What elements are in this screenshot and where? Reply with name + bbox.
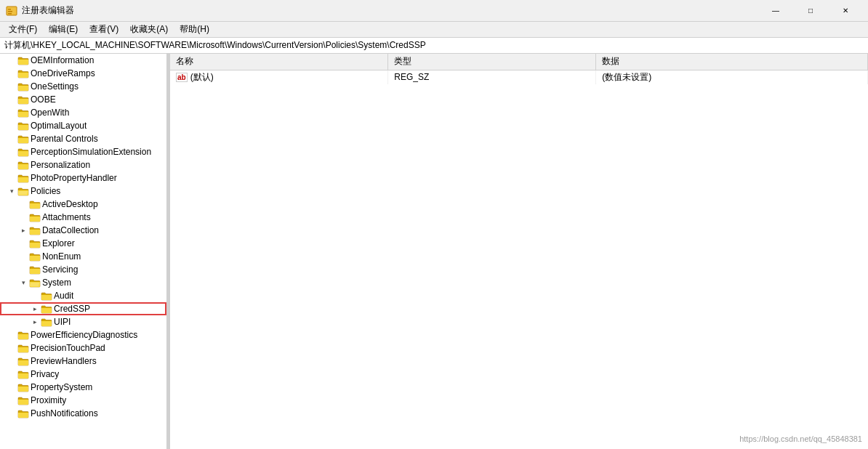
folder-icon-activedesktop: [29, 198, 41, 210]
tree-item-pushnotifications[interactable]: PushNotifications: [0, 407, 166, 420]
tree-label-onesettings: OneSettings: [31, 81, 79, 92]
close-button[interactable]: ✕: [829, 0, 862, 22]
expand-icon-oem[interactable]: [6, 54, 17, 66]
svg-rect-2: [8, 11, 12, 12]
expand-icon-system[interactable]: ▾: [17, 277, 29, 288]
registry-table: 名称 类型 数据 ab(默认)REG_SZ(数值未设置): [170, 54, 868, 84]
tree-item-personalization[interactable]: Personalization: [0, 158, 166, 171]
expand-icon-activedesktop[interactable]: [17, 198, 29, 210]
menu-item-view[interactable]: 查看(V): [84, 22, 124, 37]
folder-icon-pushnotifications: [17, 408, 29, 419]
tree-item-parentalcontrols[interactable]: Parental Controls: [0, 132, 166, 145]
folder-icon-photoproperty: [17, 172, 29, 184]
tree-item-activedesktop[interactable]: ActiveDesktop: [0, 198, 166, 211]
maximize-button[interactable]: □: [794, 0, 827, 22]
window-title: 注册表编辑器: [22, 4, 74, 17]
expand-icon-perceptionsim[interactable]: [6, 146, 17, 158]
tree-label-uipi: UIPI: [54, 317, 71, 327]
tree-item-oobe[interactable]: OOBE: [0, 93, 166, 106]
tree-item-onesettings[interactable]: OneSettings: [0, 80, 166, 93]
expand-icon-proximity[interactable]: [6, 395, 17, 406]
tree-item-privacy[interactable]: Privacy: [0, 368, 166, 381]
tree-label-privacy: Privacy: [31, 369, 59, 379]
menu-item-favorites[interactable]: 收藏夹(A): [124, 22, 174, 37]
expand-icon-optimallayout[interactable]: [6, 120, 17, 132]
expand-icon-uipi[interactable]: ▸: [29, 316, 41, 328]
expand-icon-personalization[interactable]: [6, 159, 17, 171]
expand-icon-nonenum[interactable]: [17, 251, 29, 262]
tree-item-servicing[interactable]: Servicing: [0, 263, 166, 276]
folder-icon-explorer: [29, 238, 41, 249]
tree-item-system[interactable]: ▾ System: [0, 276, 166, 289]
tree-label-optimallayout: OptimalLayout: [31, 121, 87, 131]
expand-icon-previewhandlers[interactable]: [6, 355, 17, 367]
expand-icon-photoproperty[interactable]: [6, 172, 17, 184]
menu-item-help[interactable]: 帮助(H): [174, 22, 215, 37]
tree-item-explorer[interactable]: Explorer: [0, 237, 166, 250]
expand-icon-precisiontouchpad[interactable]: [6, 342, 17, 354]
menu-item-file[interactable]: 文件(F): [3, 22, 43, 37]
folder-icon-oobe: [17, 94, 29, 105]
tree-item-powerefficiency[interactable]: PowerEfficiencyDiagnostics: [0, 328, 166, 341]
expand-icon-servicing[interactable]: [17, 264, 29, 275]
tree-item-previewhandlers[interactable]: PreviewHandlers: [0, 355, 166, 368]
cell-name: ab(默认): [170, 70, 388, 84]
tree-label-credssp: CredSSP: [54, 304, 90, 314]
expand-icon-attachments[interactable]: [17, 211, 29, 223]
tree-item-attachments[interactable]: Attachments: [0, 211, 166, 224]
tree-item-propertysystem[interactable]: PropertySystem: [0, 381, 166, 394]
expand-icon-onedrive[interactable]: [6, 68, 17, 79]
tree-item-optimallayout[interactable]: OptimalLayout: [0, 119, 166, 132]
expand-icon-propertysystem[interactable]: [6, 381, 17, 393]
tree-item-photoproperty[interactable]: PhotoPropertyHandler: [0, 171, 166, 185]
expand-icon-privacy[interactable]: [6, 368, 17, 380]
expand-icon-pushnotifications[interactable]: [6, 408, 17, 419]
folder-icon-optimallayout: [17, 120, 29, 132]
folder-icon-attachments: [29, 211, 41, 223]
tree-label-nonenum: NonEnum: [42, 251, 81, 262]
tree-item-proximity[interactable]: Proximity: [0, 394, 166, 407]
menu-item-edit[interactable]: 编辑(E): [43, 22, 84, 37]
title-bar: 注册表编辑器 — □ ✕: [0, 0, 868, 22]
expand-icon-parentalcontrols[interactable]: [6, 133, 17, 145]
expand-icon-openwith[interactable]: [6, 107, 17, 118]
tree-item-audit[interactable]: Audit: [0, 289, 166, 302]
tree-item-openwith[interactable]: OpenWith: [0, 106, 166, 119]
tree-label-openwith: OpenWith: [31, 108, 69, 118]
folder-icon-nonenum: [29, 251, 41, 262]
tree-item-uipi[interactable]: ▸ UIPI: [0, 315, 166, 328]
folder-icon-propertysystem: [17, 381, 29, 393]
expand-icon-oobe[interactable]: [6, 94, 17, 105]
table-row[interactable]: ab(默认)REG_SZ(数值未设置): [170, 70, 868, 84]
minimize-button[interactable]: —: [759, 0, 792, 22]
tree-label-propertysystem: PropertySystem: [31, 382, 92, 392]
folder-icon-openwith: [17, 107, 29, 118]
tree-label-powerefficiency: PowerEfficiencyDiagnostics: [31, 330, 137, 340]
expand-icon-credssp[interactable]: ▸: [29, 303, 41, 315]
expand-icon-audit[interactable]: [29, 290, 41, 302]
tree-item-onedrive[interactable]: OneDriveRamps: [0, 67, 166, 80]
folder-icon-oem: [17, 54, 29, 66]
folder-icon-parentalcontrols: [17, 133, 29, 145]
tree-item-policies[interactable]: ▾ Policies: [0, 185, 166, 198]
tree-item-precisiontouchpad[interactable]: PrecisionTouchPad: [0, 341, 166, 355]
expand-icon-onesettings[interactable]: [6, 81, 17, 92]
tree-item-datacollection[interactable]: ▸ DataCollection: [0, 224, 166, 237]
folder-icon-audit: [41, 290, 52, 302]
tree-label-policies: Policies: [31, 186, 60, 196]
expand-icon-powerefficiency[interactable]: [6, 329, 17, 341]
tree-item-nonenum[interactable]: NonEnum: [0, 250, 166, 263]
expand-icon-datacollection[interactable]: ▸: [17, 224, 29, 236]
expand-icon-policies[interactable]: ▾: [6, 185, 17, 197]
tree-item-perceptionsim[interactable]: PerceptionSimulationExtension: [0, 145, 166, 158]
tree-item-oem[interactable]: OEMInformation: [0, 54, 166, 67]
tree-item-credssp[interactable]: ▸ CredSSP: [0, 302, 166, 315]
tree-pane[interactable]: OEMInformation OneDriveRamps OneSettings…: [0, 54, 167, 449]
tree-label-audit: Audit: [54, 291, 73, 301]
folder-icon-credssp: [41, 303, 52, 315]
tree-label-previewhandlers: PreviewHandlers: [31, 356, 97, 366]
folder-icon-servicing: [29, 264, 41, 275]
tree-label-photoproperty: PhotoPropertyHandler: [31, 173, 117, 183]
expand-icon-explorer[interactable]: [17, 238, 29, 249]
folder-icon-proximity: [17, 395, 29, 406]
